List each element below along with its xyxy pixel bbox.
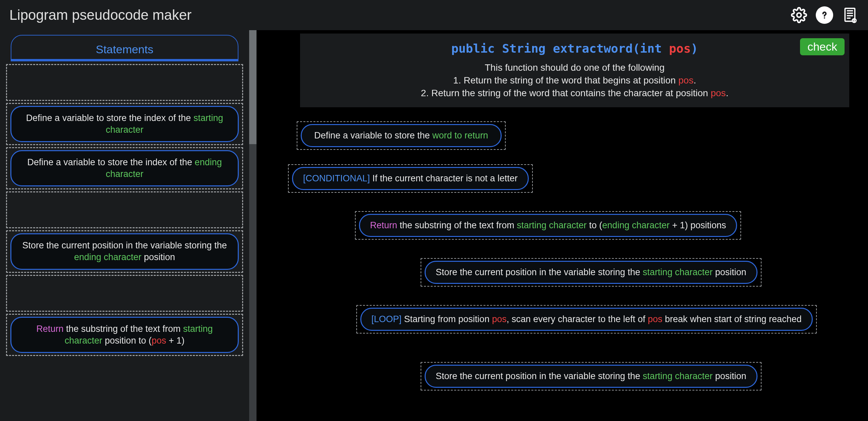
- statement-slot[interactable]: Return the substring of the text from st…: [6, 314, 243, 356]
- canvas-block[interactable]: Store the current position in the variab…: [425, 365, 757, 388]
- block-keyword: pos: [152, 336, 166, 345]
- block-text: position to (: [102, 336, 152, 345]
- block-text: Store the current position in the variab…: [23, 240, 227, 250]
- statement-slot-empty[interactable]: [6, 191, 243, 228]
- canvas: check public String extractword(int pos)…: [256, 30, 868, 421]
- sig-type: String: [502, 41, 546, 55]
- statement-slot[interactable]: Store the current position in the variab…: [6, 230, 243, 273]
- block-keyword: word to return: [432, 131, 488, 140]
- canvas-block[interactable]: Return the substring of the text from st…: [359, 214, 737, 237]
- prompt-text: 2. Return the string of the word that co…: [421, 88, 711, 98]
- statements-tab-label: Statements: [96, 43, 153, 56]
- prompt-body: This function should do one of the follo…: [310, 61, 839, 99]
- canvas-slot[interactable]: Store the current position in the variab…: [421, 362, 762, 391]
- prompt-line: 1. Return the string of the word that be…: [310, 74, 839, 87]
- block-keyword: starting character: [517, 220, 587, 230]
- prompt-text: .: [726, 88, 728, 98]
- prompt-keyword: pos: [678, 75, 693, 85]
- statement-slot-empty[interactable]: [6, 64, 243, 101]
- block-keyword: pos: [648, 314, 662, 324]
- statement-slot[interactable]: Define a variable to store the index of …: [6, 103, 243, 145]
- block-text: Starting from position: [402, 314, 492, 324]
- block-keyword: Return: [370, 220, 397, 230]
- sig-name: extractword: [553, 41, 632, 55]
- block-text: + 1): [166, 336, 185, 345]
- settings-icon[interactable]: [790, 6, 808, 24]
- svg-point-0: [797, 13, 801, 18]
- app-title: Lipogram pseudocode maker: [9, 7, 191, 23]
- prompt-line: This function should do one of the follo…: [310, 61, 839, 74]
- block-keyword: starting character: [643, 267, 713, 277]
- statements-tab[interactable]: Statements: [11, 35, 239, 61]
- clipboard-icon[interactable]: i: [841, 6, 859, 24]
- block-text: Store the current position in the variab…: [436, 267, 643, 277]
- help-icon[interactable]: [816, 6, 833, 24]
- canvas-slot[interactable]: [LOOP] Starting from position pos, scan …: [356, 305, 817, 334]
- canvas-slot[interactable]: Define a variable to store the word to r…: [297, 121, 506, 150]
- block-text: the substring of the text from: [397, 220, 517, 230]
- statement-block[interactable]: Store the current position in the variab…: [10, 233, 239, 270]
- block-text: position: [713, 371, 746, 381]
- block-keyword: starting character: [643, 371, 713, 381]
- block-keyword: ending character: [602, 220, 670, 230]
- canvas-slot[interactable]: [CONDITIONAL] If the current character i…: [288, 164, 533, 193]
- block-text: If the current character is not a letter: [370, 173, 518, 184]
- block-keyword: Return: [36, 324, 64, 334]
- block-text: to (: [587, 220, 602, 230]
- sidebar-scrollbar-thumb[interactable]: [249, 30, 256, 144]
- statement-block[interactable]: Define a variable to store the index of …: [10, 106, 239, 142]
- block-text: break when start of string reached: [662, 314, 802, 324]
- block-text: , scan every character to the left of: [507, 314, 648, 324]
- canvas-block[interactable]: Define a variable to store the word to r…: [301, 124, 502, 147]
- block-text: Define a variable to store the: [314, 131, 432, 140]
- canvas-slot[interactable]: Return the substring of the text from st…: [355, 211, 741, 240]
- statement-block[interactable]: Define a variable to store the index of …: [10, 150, 239, 186]
- check-button[interactable]: check: [800, 38, 844, 55]
- block-keyword: ending character: [74, 252, 141, 262]
- header-icons: i: [790, 6, 859, 24]
- sig-paren: ): [691, 41, 698, 55]
- statement-slot-empty[interactable]: [6, 275, 243, 312]
- svg-point-1: [824, 18, 825, 19]
- block-text: the substring of the text from: [64, 324, 183, 334]
- canvas-slot[interactable]: Store the current position in the variab…: [421, 258, 762, 287]
- block-text: position: [713, 267, 746, 277]
- prompt-text: .: [693, 75, 696, 85]
- canvas-block[interactable]: [CONDITIONAL] If the current character i…: [292, 167, 529, 190]
- block-text: position: [141, 252, 175, 262]
- block-text: Store the current position in the variab…: [436, 371, 643, 381]
- prompt-keyword: pos: [711, 88, 726, 98]
- sig-keyword: public: [451, 41, 495, 55]
- block-keyword: pos: [492, 314, 507, 324]
- block-tag: [LOOP]: [371, 314, 402, 324]
- main-area: Statements Define a variable to store th…: [0, 30, 868, 421]
- statement-slot[interactable]: Define a variable to store the index of …: [6, 147, 243, 189]
- sig-arg: pos: [669, 41, 691, 55]
- prompt-text: 1. Return the string of the word that be…: [453, 75, 678, 85]
- app-header: Lipogram pseudocode maker i: [0, 0, 868, 30]
- statement-block[interactable]: Return the substring of the text from st…: [10, 317, 239, 353]
- sidebar-scrollbar[interactable]: [249, 30, 256, 421]
- block-tag: [CONDITIONAL]: [303, 173, 370, 184]
- svg-text:i: i: [854, 20, 855, 23]
- prompt-panel: check public String extractword(int pos)…: [300, 33, 849, 107]
- sig-paren: (: [632, 41, 640, 55]
- statements-sidebar: Statements Define a variable to store th…: [0, 30, 249, 421]
- block-text: Define a variable to store the index of …: [27, 157, 195, 167]
- block-text: Define a variable to store the index of …: [26, 113, 193, 123]
- canvas-block[interactable]: Store the current position in the variab…: [425, 261, 757, 284]
- block-text: + 1) positions: [670, 220, 726, 230]
- canvas-block[interactable]: [LOOP] Starting from position pos, scan …: [360, 308, 813, 331]
- prompt-line: 2. Return the string of the word that co…: [310, 87, 839, 100]
- function-signature: public String extractword(int pos): [310, 41, 839, 55]
- sig-argtype: int: [640, 41, 662, 55]
